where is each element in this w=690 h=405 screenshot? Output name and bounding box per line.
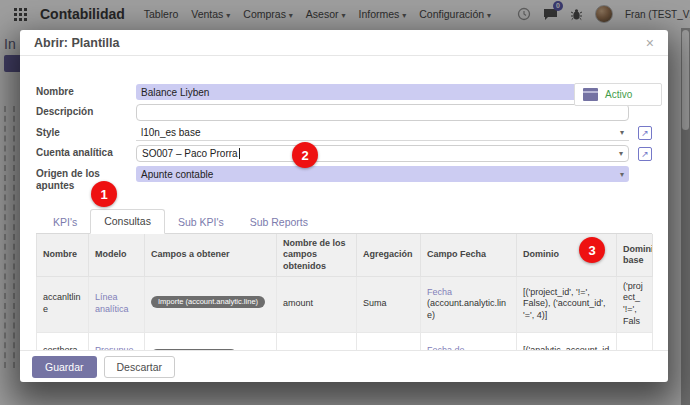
dialog-title: Abrir: Plantilla [34, 36, 119, 50]
col-header-agregacion[interactable]: Agregación [357, 234, 421, 276]
cell-campo-nombre[interactable]: total_cp_work [277, 332, 357, 350]
archive-box-icon [583, 88, 598, 101]
col-header-dominio-base[interactable]: Dominio base [617, 234, 653, 276]
table-row[interactable]: costhoras Presupuesto P.C. Total (sale.o… [37, 332, 653, 350]
tab-sub-reports[interactable]: Sub Reports [237, 211, 321, 234]
fecha-model: (account.analytic.line) [427, 298, 506, 320]
cuenta-analitica-value: SO007 – Paco Prorra [142, 148, 238, 159]
cell-campos[interactable]: Importe (account.analytic.line) [145, 276, 277, 332]
save-button[interactable]: Guardar [32, 356, 97, 378]
cell-dominio[interactable]: [('analytic_account_id', [517, 332, 617, 350]
cell-dominio[interactable]: [('project_id', '!=', False), ('account_… [517, 276, 617, 332]
field-row-origen: Origen de los apuntes Apunte contable ▾ [36, 166, 652, 191]
field-row-cuenta-analitica: Cuenta analítica SO007 – Paco Prorra ▾ ↗ [36, 145, 652, 162]
style-internal-link-icon[interactable]: ↗ [638, 126, 652, 140]
cell-dominio-base[interactable]: ('project_ '!=', Fals [617, 276, 653, 332]
nombre-input[interactable]: Balance Liyben [136, 84, 629, 100]
cuenta-analitica-input[interactable]: SO007 – Paco Prorra ▾ [136, 145, 629, 162]
descripcion-input[interactable] [136, 104, 629, 121]
field-row-style: Style l10n_es base ▾ ↗ [36, 125, 652, 141]
chevron-down-icon[interactable]: ▾ [620, 128, 624, 137]
origen-label: Origen de los apuntes [36, 166, 136, 191]
close-icon[interactable]: × [646, 36, 654, 50]
cell-campos[interactable]: P.C. Total (sale.order) [145, 332, 277, 350]
cell-campo-fecha[interactable]: Fecha (account.analytic.line) [421, 276, 517, 332]
cell-agregacion[interactable]: Suma [357, 276, 421, 332]
col-header-campos[interactable]: Campos a obtener [145, 234, 277, 276]
discard-button[interactable]: Descartar [104, 356, 176, 378]
nombre-label: Nombre [36, 84, 136, 98]
page-scrollbar[interactable] [681, 28, 690, 405]
modelo-link[interactable]: Línea analítica [95, 292, 129, 314]
dialog-body: Activo Nombre Balance Liyben Descripción… [20, 56, 668, 350]
notebook-tabs: KPI's Consultas Sub KPI's Sub Reports [36, 208, 652, 234]
cell-agregacion[interactable]: Suma [357, 332, 421, 350]
chevron-down-icon[interactable]: ▾ [619, 149, 623, 158]
cuenta-analitica-label: Cuenta analítica [36, 145, 136, 159]
dialog-footer: Guardar Descartar [20, 350, 668, 382]
field-row-descripcion: Descripción [36, 104, 652, 121]
open-template-dialog: Abrir: Plantilla × Activo Nombre Balance… [20, 30, 668, 382]
active-stat-label: Activo [605, 89, 632, 100]
annotation-step-2: 2 [292, 142, 318, 168]
cell-modelo[interactable]: Presupuesto [89, 332, 145, 350]
col-header-modelo[interactable]: Modelo [89, 234, 145, 276]
field-row-nombre: Nombre Balance Liyben [36, 84, 652, 100]
col-header-nombre[interactable]: Nombre [37, 234, 89, 276]
origen-value: Apunte contable [141, 169, 213, 180]
annotation-step-3: 3 [579, 237, 605, 263]
tab-consultas[interactable]: Consultas [90, 209, 165, 234]
cell-nombre[interactable]: accanltline [37, 276, 89, 332]
style-value: l10n_es base [141, 127, 201, 138]
cell-campo-nombre[interactable]: amount [277, 276, 357, 332]
active-stat-button[interactable]: Activo [574, 83, 662, 106]
style-select[interactable]: l10n_es base ▾ [136, 125, 629, 141]
origen-select[interactable]: Apunte contable ▾ [136, 166, 629, 182]
cell-modelo[interactable]: Línea analítica [89, 276, 145, 332]
annotation-step-1: 1 [91, 181, 117, 207]
cuenta-analitica-internal-link-icon[interactable]: ↗ [638, 147, 652, 161]
nombre-value: Balance Liyben [141, 87, 209, 98]
scrollbar-thumb[interactable] [682, 30, 689, 130]
tab-kpis[interactable]: KPI's [40, 211, 90, 234]
fecha-link[interactable]: Fecha [427, 287, 452, 297]
cell-nombre[interactable]: costhoras [37, 332, 89, 350]
tab-sub-kpis[interactable]: Sub KPI's [165, 211, 237, 234]
descripcion-label: Descripción [36, 104, 136, 118]
col-header-nombre-campos[interactable]: Nombre de los campos obtenidos [277, 234, 357, 276]
cell-campo-fecha[interactable]: Fecha de confirmación [421, 332, 517, 350]
dialog-header: Abrir: Plantilla × [20, 30, 668, 56]
cell-dominio-base[interactable] [617, 332, 653, 350]
table-row[interactable]: accanltline Línea analítica Importe (acc… [37, 276, 653, 332]
chevron-down-icon[interactable]: ▾ [620, 170, 624, 179]
table-header-row: Nombre Modelo Campos a obtener Nombre de… [37, 234, 653, 276]
col-header-campo-fecha[interactable]: Campo Fecha [421, 234, 517, 276]
style-label: Style [36, 125, 136, 139]
text-cursor [239, 148, 240, 159]
field-tag[interactable]: Importe (account.analytic.line) [151, 296, 265, 308]
consultas-table: Nombre Modelo Campos a obtener Nombre de… [36, 234, 653, 350]
